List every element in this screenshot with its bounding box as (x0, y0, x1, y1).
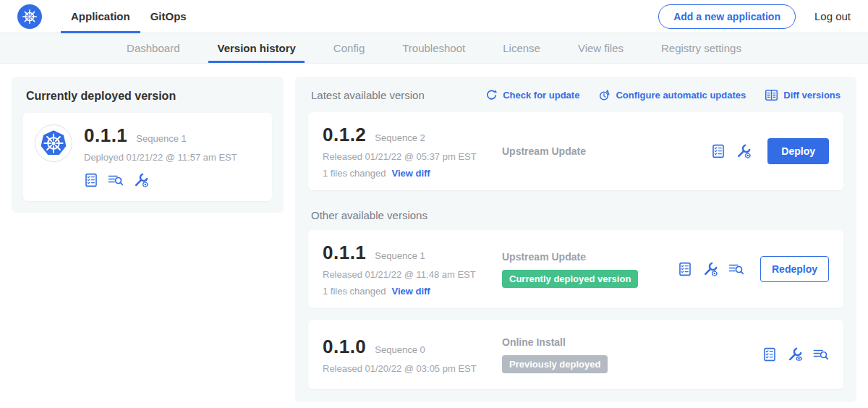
kubernetes-wheel-icon (21, 8, 38, 25)
subnav-tab-version-history-label: Version history (217, 42, 295, 54)
subnav-tab-version-history[interactable]: Version history (198, 33, 314, 63)
version-number: 0.1.0 (323, 336, 366, 358)
top-bar-right: Add a new application Log out (658, 0, 851, 33)
latest-version-title: Latest available version (311, 89, 425, 101)
version-info: 0.1.0 Sequence 0 Released 01/20/22 @ 03:… (323, 336, 502, 374)
version-actions-cell: Deploy (711, 138, 829, 164)
tab-gitops-label: GitOps (150, 10, 187, 22)
view-diff-link[interactable]: View diff (391, 286, 430, 297)
released-timestamp: Released 01/21/22 @ 05:37 pm EST (323, 151, 502, 162)
version-actions: Check for update Configure automatic upd… (485, 88, 841, 102)
version-info: 0.1.2 Sequence 2 Released 01/21/22 @ 05:… (323, 124, 502, 179)
subnav-tab-registry-settings[interactable]: Registry settings (642, 33, 760, 63)
subnav-tab-license-label: License (503, 42, 540, 54)
configure-automatic-updates-label: Configure automatic updates (616, 90, 746, 101)
versions-panel: Latest available version Check for updat… (295, 77, 856, 402)
files-changed-label: 1 files changed (323, 168, 386, 179)
released-timestamp: Released 01/21/22 @ 11:48 am EST (323, 269, 502, 280)
deployed-panel-title: Currently deployed version (23, 90, 272, 103)
kubernetes-heptagon-icon (38, 128, 69, 158)
versions-panel-header: Latest available version Check for updat… (308, 87, 843, 102)
edit-config-icon[interactable] (702, 261, 718, 277)
subnav-tab-dashboard[interactable]: Dashboard (108, 33, 198, 63)
top-bar: Application GitOps Add a new application… (0, 0, 868, 33)
source-label: Online Install (502, 336, 762, 348)
version-source: Online Install Previously deployed (502, 336, 762, 373)
configure-automatic-updates-link[interactable]: Configure automatic updates (598, 89, 746, 101)
sequence-label: Sequence 2 (375, 132, 425, 143)
view-diff-link[interactable]: View diff (391, 168, 430, 179)
deployed-version-card: 0.1.1 Sequence 1 Deployed 01/21/22 @ 11:… (23, 113, 272, 201)
release-notes-icon[interactable] (711, 144, 726, 158)
app-logo (35, 124, 72, 162)
edit-config-icon[interactable] (736, 143, 752, 159)
deployed-sequence-label: Sequence 1 (136, 133, 186, 144)
diff-versions-label: Diff versions (783, 90, 841, 101)
view-files-icon[interactable] (108, 173, 124, 187)
version-card-0-1-0: 0.1.0 Sequence 0 Released 01/20/22 @ 03:… (308, 320, 843, 389)
other-versions-title: Other available versions (311, 209, 841, 221)
main-content: Currently deployed version 0.1.1 Sequenc… (0, 64, 868, 408)
previously-deployed-badge: Previously deployed (502, 355, 608, 373)
version-card-0-1-2: 0.1.2 Sequence 2 Released 01/21/22 @ 05:… (308, 112, 843, 190)
edit-config-icon[interactable] (133, 172, 149, 188)
view-config-icon[interactable] (787, 347, 803, 362)
release-notes-icon[interactable] (678, 262, 692, 276)
auto-update-icon (598, 89, 610, 101)
kubernetes-logo (17, 4, 42, 29)
currently-deployed-badge: Currently deployed version (502, 270, 638, 288)
tab-application-label: Application (71, 10, 130, 22)
version-source: Upstream Update Currently deployed versi… (502, 251, 678, 288)
files-changed-label: 1 files changed (323, 286, 386, 297)
version-actions-cell (762, 347, 829, 362)
tab-gitops[interactable]: GitOps (140, 0, 197, 33)
view-files-icon[interactable] (728, 262, 744, 276)
subnav-tab-view-files[interactable]: View files (559, 33, 642, 63)
subnav-tab-config-label: Config (333, 42, 365, 54)
subnav-tab-troubleshoot[interactable]: Troubleshoot (383, 33, 484, 63)
app-tabs: Application GitOps (61, 0, 197, 33)
source-label: Upstream Update (502, 251, 678, 263)
deployed-version-number: 0.1.1 (84, 124, 127, 147)
version-source: Upstream Update (502, 145, 711, 157)
source-label: Upstream Update (502, 145, 711, 157)
view-files-icon[interactable] (813, 347, 829, 362)
deploy-button[interactable]: Deploy (767, 138, 829, 164)
tab-application[interactable]: Application (61, 0, 140, 33)
subnav-tab-config[interactable]: Config (315, 33, 383, 63)
subnav-tab-dashboard-label: Dashboard (127, 42, 179, 54)
deployed-timestamp: Deployed 01/21/22 @ 11:57 am EST (84, 152, 237, 163)
redeploy-button[interactable]: Redeploy (760, 256, 829, 282)
version-number: 0.1.1 (323, 242, 366, 264)
app-subnav: Dashboard Version history Config Trouble… (0, 33, 868, 64)
sequence-label: Sequence 1 (375, 250, 425, 261)
sequence-label: Sequence 0 (375, 344, 425, 355)
subnav-tab-view-files-label: View files (578, 42, 624, 54)
check-for-update-label: Check for update (503, 90, 579, 101)
check-for-update-link[interactable]: Check for update (485, 89, 579, 101)
currently-deployed-panel: Currently deployed version 0.1.1 Sequenc… (12, 77, 284, 213)
subnav-tab-troubleshoot-label: Troubleshoot (402, 42, 465, 54)
diff-versions-link[interactable]: Diff versions (765, 88, 841, 102)
release-notes-icon[interactable] (762, 347, 777, 362)
subnav-tab-registry-settings-label: Registry settings (661, 42, 741, 54)
version-actions-cell: Redeploy (678, 256, 829, 282)
logout-link[interactable]: Log out (814, 10, 851, 22)
refresh-icon (485, 89, 498, 101)
released-timestamp: Released 01/20/22 @ 03:05 pm EST (323, 363, 502, 374)
add-application-button[interactable]: Add a new application (658, 4, 796, 29)
release-notes-icon[interactable] (84, 173, 98, 187)
version-info: 0.1.1 Sequence 1 Released 01/21/22 @ 11:… (323, 242, 502, 297)
version-number: 0.1.2 (323, 124, 366, 146)
subnav-tab-license[interactable]: License (484, 33, 559, 63)
diff-icon (765, 88, 778, 102)
deployed-version-info: 0.1.1 Sequence 1 Deployed 01/21/22 @ 11:… (84, 124, 237, 188)
version-card-0-1-1: 0.1.1 Sequence 1 Released 01/21/22 @ 11:… (308, 230, 843, 308)
